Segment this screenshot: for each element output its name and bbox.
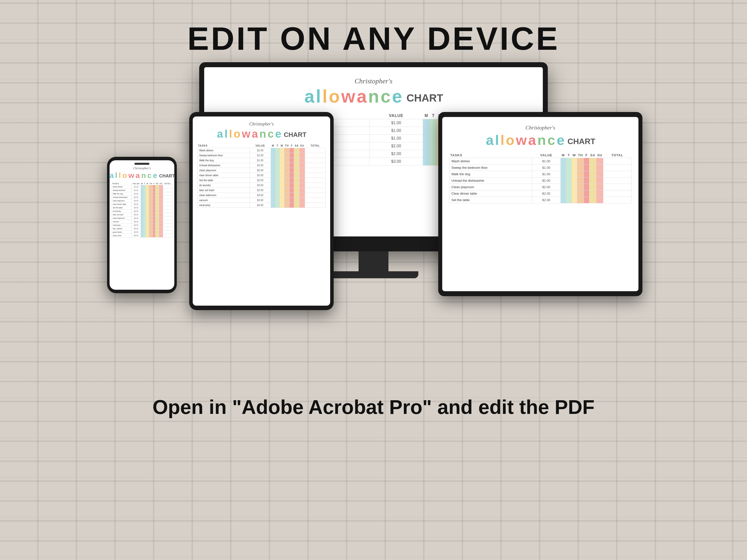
day-cell [159, 203, 163, 206]
col-su: SU [300, 143, 305, 148]
table-row: Walk the dog $1.00 [198, 158, 326, 163]
task-name: Clean playroom [449, 184, 532, 190]
table-row: Set the table $2.00 [449, 197, 632, 203]
day-su-cell [596, 178, 603, 184]
day-cell [141, 189, 144, 192]
table-row: Sweep bedroom $1.00 [112, 189, 172, 192]
table-row: take out trash $2.00 [112, 213, 172, 216]
day-cell [149, 231, 153, 234]
day-cell [290, 203, 294, 208]
task-value: $2.00 [250, 173, 271, 178]
letter-c: c [267, 128, 274, 140]
letter-w: w [128, 171, 134, 180]
day-cell [294, 168, 300, 173]
task-value: $2.00 [131, 213, 141, 216]
task-value: $2.00 [250, 188, 271, 193]
task-value: $2.00 [369, 142, 423, 150]
table-row: vacuum $3.00 [112, 220, 172, 223]
letter-l1: l [494, 132, 499, 148]
table-row: Wash dishes $1.00 [112, 185, 172, 189]
table-row: clear dinner table $2.00 [198, 173, 326, 178]
day-cell [275, 148, 280, 153]
day-cell [300, 183, 305, 188]
bottom-text: Open in "Adobe Acrobat Pro" and edit the… [152, 396, 594, 419]
day-cell [275, 188, 280, 193]
day-t-cell [430, 135, 437, 142]
day-cell [159, 227, 163, 231]
task-name: do laundry [198, 183, 250, 188]
day-cell [153, 206, 155, 210]
day-w-cell [571, 184, 577, 190]
day-cell [155, 210, 159, 213]
day-cell [284, 158, 289, 163]
day-cell [155, 185, 159, 189]
task-value: $1.00 [250, 153, 271, 158]
col-t: T [275, 143, 280, 148]
task-value: $3.00 [250, 198, 271, 203]
task-value: $2.00 [131, 231, 141, 234]
day-m-cell [423, 119, 430, 127]
total-cell [305, 163, 326, 168]
day-cell [155, 189, 159, 192]
task-name: clean playroom [112, 199, 132, 203]
task-name: Set the table [198, 178, 250, 183]
table-row: Set the table $2.00 [112, 206, 172, 210]
day-sa-cell [589, 178, 596, 184]
col-su: SU [159, 182, 163, 185]
day-cell [159, 220, 163, 223]
task-value: $2.00 [369, 150, 423, 158]
day-t-cell [430, 119, 437, 127]
day-cell [155, 227, 159, 231]
day-cell [153, 192, 155, 196]
day-cell [300, 153, 305, 158]
table-row: Walk the dog $1.00 [112, 192, 172, 196]
day-cell [149, 216, 153, 220]
day-cell [294, 173, 300, 178]
day-cell [149, 234, 153, 237]
day-th-cell [577, 164, 584, 171]
day-cell [144, 231, 146, 234]
task-value: $2.00 [250, 163, 271, 168]
task-name: Clear dinner table [449, 190, 532, 197]
chore-table-phone: TASKS VALUE M T W TH F SA SU TOTAL [111, 182, 172, 237]
tablet-right-screen: Christopher's a l l o w a n c [442, 117, 639, 291]
task-value: $1.00 [369, 127, 423, 135]
letter-w: w [515, 132, 527, 148]
chart-title-row-phone: a l l o w a n c e CHART [111, 171, 172, 180]
total-cell [163, 220, 172, 223]
day-cell [149, 227, 153, 231]
day-cell [275, 178, 280, 183]
day-sa-cell [589, 164, 596, 171]
col-tasks: TASKS [112, 182, 132, 185]
day-cell [300, 148, 305, 153]
table-row: Sweep bedroom floor $1.00 [198, 153, 326, 158]
total-cell [163, 189, 172, 192]
day-cell [280, 173, 284, 178]
day-sa-cell [589, 171, 596, 178]
day-cell [300, 158, 305, 163]
col-m: M [141, 182, 144, 185]
day-m-cell [561, 184, 566, 190]
day-cell [294, 163, 300, 168]
day-cell [144, 210, 146, 213]
day-cell [290, 153, 294, 158]
total-cell [305, 203, 326, 208]
day-t-cell [566, 164, 571, 171]
table-row: Unload dishwasher $2.00 [112, 196, 172, 199]
day-f-cell [584, 184, 589, 190]
day-cell [284, 188, 289, 193]
task-name: Wash dishes [198, 148, 250, 153]
letter-e: e [275, 128, 282, 140]
day-cell [280, 193, 284, 198]
task-value: $2.00 [131, 199, 141, 203]
letter-a1: a [485, 132, 494, 148]
day-cell [159, 192, 163, 196]
day-cell [159, 189, 163, 192]
task-name: clean bathroom [198, 193, 250, 198]
phone-device: Christopher's a l l o w a n c [107, 157, 177, 293]
day-cell [144, 234, 146, 237]
letter-l2: l [500, 132, 505, 148]
day-cell [290, 163, 294, 168]
day-cell [155, 213, 159, 216]
col-th: TH [284, 143, 289, 148]
